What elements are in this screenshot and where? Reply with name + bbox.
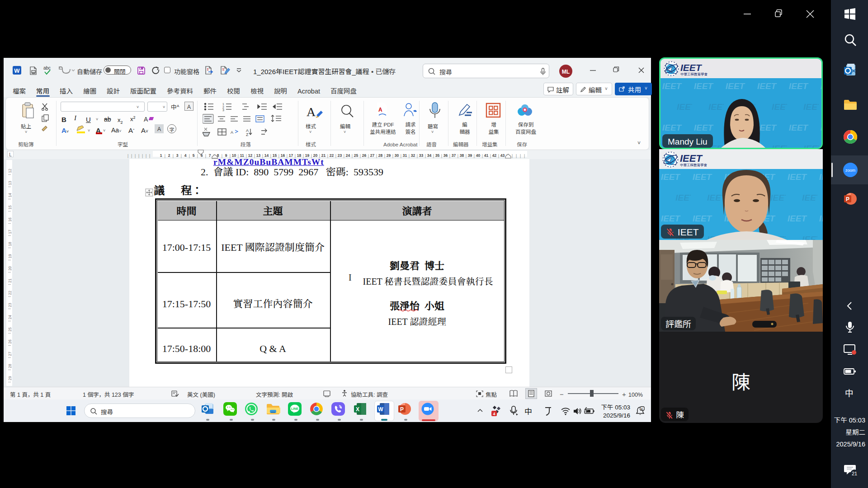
svg-text:Z: Z [246,131,249,137]
svg-text:LINE: LINE [291,407,298,410]
svg-text:P: P [400,406,404,413]
svg-text:z: z [641,406,643,411]
svg-text:4: 4 [493,412,495,416]
svg-text:3: 3 [222,108,224,112]
svg-text:中華工程教育學會: 中華工程教育學會 [680,162,707,167]
svg-text:X: X [356,406,359,413]
svg-text:A: A [307,105,316,119]
svg-text:P: P [846,196,849,202]
svg-text:A: A [378,105,382,113]
svg-text:21: 21 [852,471,857,476]
svg-text:W: W [378,406,383,413]
svg-text:中華工程教育學會: 中華工程教育學會 [680,71,708,76]
svg-text:zoom: zoom [845,168,855,173]
svg-text:abc: abc [43,66,51,70]
svg-text:A: A [231,129,233,135]
